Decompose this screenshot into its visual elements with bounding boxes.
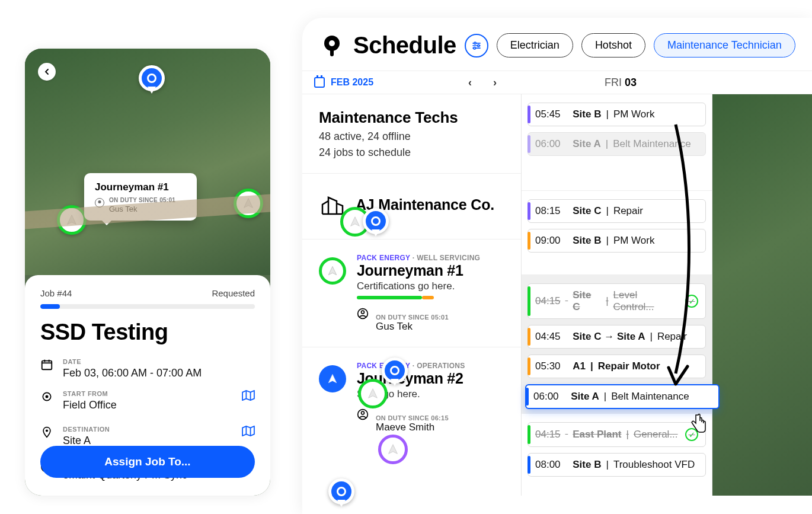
job-card[interactable]: 05:45 Site B | PM Work bbox=[528, 103, 706, 126]
popover-title: Journeyman #1 bbox=[95, 181, 186, 193]
dest-label: DESTINATION bbox=[63, 426, 110, 433]
svg-point-2 bbox=[46, 395, 49, 398]
job-card-done[interactable]: 04:15 East Plant | General... ✓ bbox=[528, 422, 706, 447]
destination-pin-icon bbox=[139, 65, 165, 91]
open-map-button[interactable] bbox=[242, 426, 255, 439]
worker-location-icon bbox=[57, 205, 87, 235]
back-button[interactable] bbox=[38, 63, 56, 81]
job-card-done[interactable]: 04:15 Site C | Level Control... ✓ bbox=[528, 283, 706, 319]
svg-rect-0 bbox=[42, 361, 52, 370]
schedule-header: Schedule Electrician Hotshot Maintenance… bbox=[302, 18, 812, 71]
job-bucket-j2[interactable]: 04:15 East Plant | General... ✓ 08:00 Si… bbox=[522, 414, 712, 485]
avatar-online-icon bbox=[319, 257, 346, 285]
start-label: START FROM bbox=[63, 390, 117, 397]
popover-duty: ON DUTY SINCE 05:01 bbox=[109, 197, 175, 203]
job-card[interactable]: 09:00 Site B | PM Work bbox=[528, 229, 706, 253]
phone-map: Journeyman #1 ON DUTY SINCE 05:01 Gus Te… bbox=[25, 49, 270, 275]
map-worker-pin-purple-icon[interactable] bbox=[378, 435, 408, 464]
job-card[interactable]: 04:45 Site C → Site A | Repair bbox=[528, 325, 706, 349]
job-card-ghost[interactable]: 06:00 Site A | Belt Maintenance bbox=[528, 132, 706, 156]
map-worker-pin-icon[interactable] bbox=[358, 379, 388, 408]
assign-button-label: Assign Job To... bbox=[104, 455, 190, 468]
next-day-button[interactable]: › bbox=[493, 76, 497, 89]
app-logo-icon bbox=[319, 33, 345, 59]
group-subtitle: 48 active, 24 offline bbox=[319, 130, 507, 143]
svg-point-9 bbox=[474, 42, 476, 44]
job-title: SSD Testing bbox=[40, 320, 255, 345]
job-card[interactable]: 05:30 A1 | Repair Motor bbox=[528, 355, 706, 378]
date-value: Feb 03, 06:00 AM - 07:00 AM bbox=[63, 367, 202, 379]
phone-card: Journeyman #1 ON DUTY SINCE 05:01 Gus Te… bbox=[25, 49, 270, 496]
user-icon bbox=[357, 408, 369, 423]
job-card[interactable]: 08:15 Site C | Repair bbox=[528, 199, 706, 223]
dest-value: Site A bbox=[63, 435, 110, 447]
date-label: DATE bbox=[63, 358, 202, 365]
job-bucket-j1[interactable]: 04:15 Site C | Level Control... ✓ 04:45 … bbox=[522, 275, 712, 414]
person-journeyman-2[interactable]: PACK ENERGY · OPERATIONS Journeyman #2 S… bbox=[302, 347, 521, 448]
job-sheet: Job #44 Requested SSD Testing DATE Feb 0… bbox=[25, 275, 270, 496]
check-icon: ✓ bbox=[685, 295, 698, 308]
job-progress bbox=[40, 304, 255, 309]
start-value: Field Office bbox=[63, 399, 117, 411]
origin-icon bbox=[40, 390, 53, 403]
person-desc: Certifications go here. bbox=[357, 280, 507, 292]
svg-rect-8 bbox=[330, 48, 334, 56]
map-site-pin-icon[interactable] bbox=[328, 478, 354, 505]
date-bar: FEB 2025 ‹ › FRI 03 bbox=[302, 71, 812, 94]
worker-location-icon bbox=[234, 189, 263, 218]
svg-point-11 bbox=[474, 47, 475, 49]
group-maintenance-techs[interactable]: Maintenance Techs 48 active, 24 offline … bbox=[302, 94, 521, 174]
filter-chip-maintenance-technician[interactable]: Maintenance Technician bbox=[654, 33, 795, 58]
filter-chip-electrician[interactable]: Electrician bbox=[497, 33, 573, 58]
prev-day-button[interactable]: ‹ bbox=[468, 76, 472, 89]
svg-point-13 bbox=[362, 311, 365, 314]
calendar-icon[interactable] bbox=[314, 77, 325, 88]
filter-button[interactable] bbox=[465, 34, 488, 58]
worker-popover[interactable]: Journeyman #1 ON DUTY SINCE 05:01 Gus Te… bbox=[84, 173, 197, 221]
map-site-pin-icon[interactable] bbox=[363, 208, 389, 234]
user-icon bbox=[95, 198, 104, 207]
filter-chip-hotshot[interactable]: Hotshot bbox=[581, 33, 645, 58]
popover-name: Gus Tek bbox=[109, 205, 175, 213]
job-number: Job #44 bbox=[40, 288, 72, 298]
page-title: Schedule bbox=[353, 32, 456, 59]
job-card[interactable]: 08:00 Site B | Troubleshoot VFD bbox=[528, 453, 706, 477]
cursor-pointer-icon bbox=[688, 413, 708, 435]
schedule-panel: Schedule Electrician Hotshot Maintenance… bbox=[302, 18, 812, 514]
job-status: Requested bbox=[212, 288, 255, 298]
avatar-icon bbox=[319, 365, 346, 392]
job-card-dragging[interactable]: 06:00 Site A | Belt Maintenance bbox=[525, 384, 720, 409]
calendar-icon bbox=[40, 358, 53, 371]
svg-point-15 bbox=[362, 411, 365, 414]
company-row[interactable]: AJ Maintenance Co. bbox=[302, 174, 521, 240]
svg-point-3 bbox=[46, 429, 48, 432]
day-label: FRI 03 bbox=[605, 76, 637, 89]
person-name: Journeyman #1 bbox=[357, 262, 507, 279]
month-label[interactable]: FEB 2025 bbox=[331, 77, 373, 88]
schedule-map[interactable] bbox=[712, 94, 812, 496]
job-bucket-techs[interactable]: 05:45 Site B | PM Work 06:00 Site A | Be… bbox=[522, 94, 712, 191]
svg-point-7 bbox=[329, 40, 335, 46]
group-title: Maintenance Techs bbox=[319, 108, 507, 127]
user-icon bbox=[357, 308, 369, 322]
destination-icon bbox=[40, 426, 53, 439]
open-map-button[interactable] bbox=[242, 390, 255, 403]
person-journeyman-1[interactable]: PACK ENERGY · WELL SERVICING Journeyman … bbox=[302, 240, 521, 347]
assign-button[interactable]: Assign Job To... bbox=[40, 446, 255, 478]
group-subtitle: 24 jobs to schedule bbox=[319, 146, 507, 159]
job-bucket-company[interactable]: 08:15 Site C | Repair 09:00 Site B | PM … bbox=[522, 191, 712, 275]
person-progress bbox=[357, 296, 507, 299]
svg-point-10 bbox=[478, 44, 479, 46]
